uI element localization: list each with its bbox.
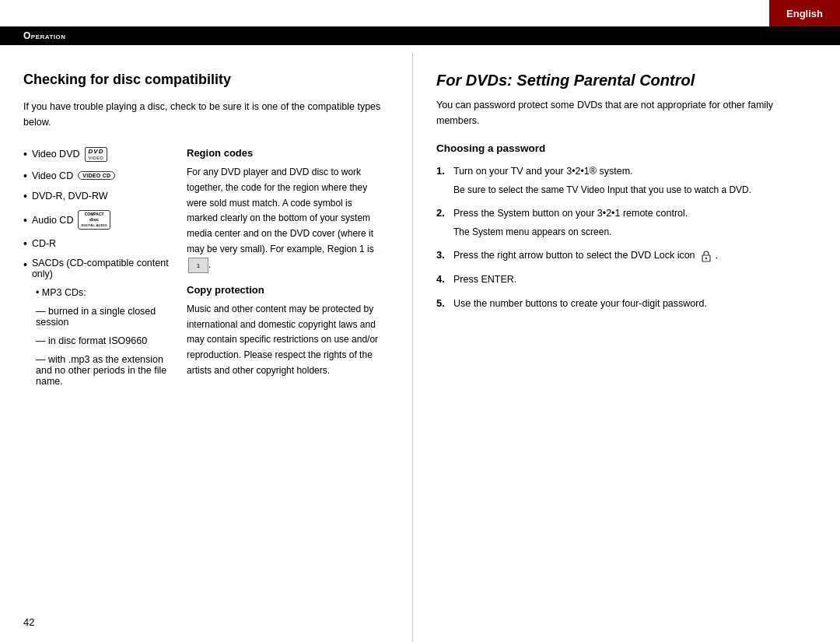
copy-title: Copy protection: [187, 284, 381, 296]
step-4-content: Press ENTER.: [453, 272, 817, 288]
left-column: Checking for disc compatibility If you h…: [0, 53, 404, 642]
region-text: For any DVD player and DVD disc to work …: [187, 165, 381, 273]
right-section-title: For DVDs: Setting Parental Control: [436, 72, 817, 89]
disc-layout: • Video DVD DVD VIDEO • Video CD VIDEO C…: [23, 144, 381, 402]
list-item: • Video DVD DVD VIDEO: [23, 147, 179, 162]
sub-list-item: in disc format ISO9660: [36, 335, 179, 346]
bullet-icon: •: [23, 214, 27, 226]
region-info: Region codes For any DVD player and DVD …: [187, 144, 381, 402]
sub-list-item: burned in a single closed session: [36, 306, 179, 328]
compact-disc-logo: COMPACT disc DIGITAL AUDIO: [78, 210, 110, 230]
disc-label: CD-R: [32, 238, 56, 249]
region-icon: 1: [188, 258, 208, 273]
step-1-text: Turn on your TV and your 3•2•1® system.: [453, 166, 633, 177]
step-5: Use the number buttons to create your fo…: [436, 296, 817, 312]
list-item: • SACDs (CD-compatible content only): [23, 258, 179, 279]
disc-label: • MP3 CDs:: [36, 287, 86, 298]
dvd-logo: DVD VIDEO: [85, 147, 108, 162]
lock-icon: [700, 250, 712, 262]
bullet-icon: •: [23, 237, 27, 250]
step-4: Press ENTER.: [436, 272, 817, 288]
right-column: For DVDs: Setting Parental Control You c…: [421, 53, 840, 642]
step-3: Press the right arrow button to select t…: [436, 247, 817, 264]
disc-label: DVD-R, DVD-RW: [32, 191, 108, 202]
column-divider: [412, 53, 413, 642]
step-1-sub: Be sure to select the same TV Video Inpu…: [453, 183, 817, 198]
step-4-text: Press ENTER.: [453, 274, 516, 285]
choosing-password-title: Choosing a password: [436, 142, 817, 154]
step-2-content: Press the System button on your 3•2•1 re…: [453, 205, 817, 240]
list-item: • CD-R: [23, 237, 179, 250]
list-item: • DVD-R, DVD-RW: [23, 190, 179, 202]
mp3-sub-list: burned in a single closed session in dis…: [36, 306, 179, 395]
videocd-logo: VIDEO CD: [78, 171, 115, 180]
left-intro-text: If you have trouble playing a disc, chec…: [23, 99, 381, 130]
step-2-sub: The System menu appears on screen.: [453, 225, 817, 240]
disc-list: • Video DVD DVD VIDEO • Video CD VIDEO C…: [23, 144, 179, 402]
bullet-icon: •: [23, 258, 27, 271]
language-tab[interactable]: English: [769, 0, 840, 26]
copy-text: Music and other content may be protected…: [187, 302, 381, 379]
disc-label: Video CD: [32, 170, 73, 181]
section-header-text: Operation: [23, 30, 66, 41]
steps-list: Turn on your TV and your 3•2•1® system. …: [436, 163, 817, 312]
list-item: • MP3 CDs: burned in a single closed ses…: [23, 287, 179, 395]
step-2: Press the System button on your 3•2•1 re…: [436, 205, 817, 240]
sub-list-item: with .mp3 as the extension and no other …: [36, 354, 179, 387]
step-3-period: .: [716, 250, 718, 261]
content-area: Checking for disc compatibility If you h…: [0, 53, 840, 642]
disc-label: Audio CD: [32, 215, 74, 226]
list-item: • Video CD VIDEO CD: [23, 170, 179, 182]
region-title: Region codes: [187, 147, 381, 159]
step-1: Turn on your TV and your 3•2•1® system. …: [436, 163, 817, 198]
language-label: English: [786, 8, 823, 19]
bullet-icon: •: [23, 148, 27, 160]
step-3-content: Press the right arrow button to select t…: [453, 247, 817, 264]
right-intro-text: You can password protect some DVDs that …: [436, 97, 817, 128]
disc-label: Video DVD: [32, 149, 80, 160]
step-5-content: Use the number buttons to create your fo…: [453, 296, 817, 312]
bullet-icon: •: [23, 190, 27, 202]
svg-point-1: [705, 258, 707, 259]
step-3-text: Press the right arrow button to select t…: [453, 250, 695, 261]
left-section-title: Checking for disc compatibility: [23, 72, 381, 88]
bullet-icon: •: [23, 170, 27, 182]
step-2-text: Press the System button on your 3•2•1 re…: [453, 208, 688, 219]
list-item: • Audio CD COMPACT disc DIGITAL AUDIO: [23, 210, 179, 230]
section-header: Operation: [0, 26, 840, 45]
page-number: 42: [23, 616, 34, 628]
step-5-text: Use the number buttons to create your fo…: [453, 298, 707, 309]
disc-label: SACDs (CD-compatible content only): [32, 258, 179, 279]
step-1-content: Turn on your TV and your 3•2•1® system. …: [453, 163, 817, 198]
